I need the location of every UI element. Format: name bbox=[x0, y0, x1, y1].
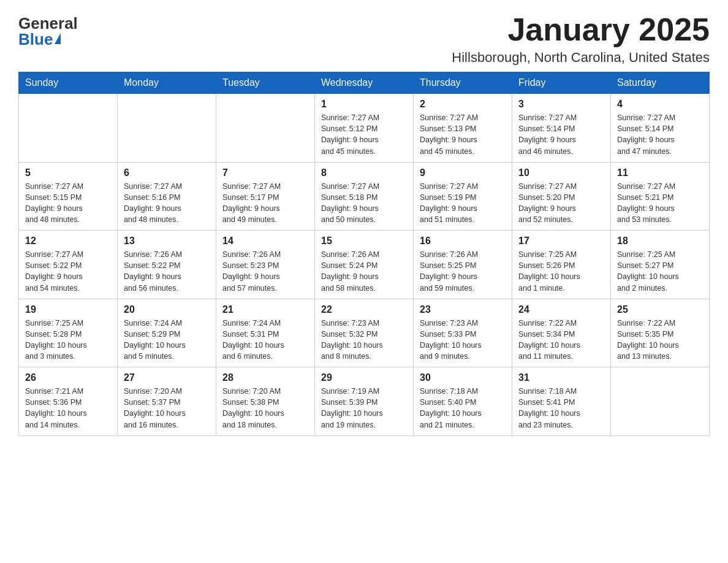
calendar-week-row: 5Sunrise: 7:27 AM Sunset: 5:15 PM Daylig… bbox=[19, 162, 710, 231]
day-info: Sunrise: 7:20 AM Sunset: 5:38 PM Dayligh… bbox=[222, 386, 308, 431]
calendar-cell: 27Sunrise: 7:20 AM Sunset: 5:37 PM Dayli… bbox=[118, 367, 216, 436]
calendar-cell: 21Sunrise: 7:24 AM Sunset: 5:31 PM Dayli… bbox=[216, 299, 315, 367]
logo-blue-text: Blue bbox=[18, 31, 61, 47]
calendar-cell: 25Sunrise: 7:22 AM Sunset: 5:35 PM Dayli… bbox=[611, 299, 710, 367]
day-info: Sunrise: 7:18 AM Sunset: 5:41 PM Dayligh… bbox=[518, 386, 604, 431]
day-info: Sunrise: 7:18 AM Sunset: 5:40 PM Dayligh… bbox=[420, 386, 506, 431]
day-number: 22 bbox=[321, 304, 407, 315]
day-number: 27 bbox=[124, 372, 210, 383]
day-number: 8 bbox=[321, 167, 407, 178]
day-number: 9 bbox=[420, 167, 506, 178]
title-area: January 2025 Hillsborough, North Carolin… bbox=[452, 12, 710, 66]
calendar-week-row: 26Sunrise: 7:21 AM Sunset: 5:36 PM Dayli… bbox=[19, 367, 710, 436]
day-info: Sunrise: 7:26 AM Sunset: 5:24 PM Dayligh… bbox=[321, 249, 407, 294]
calendar-cell: 11Sunrise: 7:27 AM Sunset: 5:21 PM Dayli… bbox=[611, 162, 710, 231]
calendar-cell: 9Sunrise: 7:27 AM Sunset: 5:19 PM Daylig… bbox=[414, 162, 512, 231]
calendar-cell: 24Sunrise: 7:22 AM Sunset: 5:34 PM Dayli… bbox=[512, 299, 611, 367]
day-number: 2 bbox=[420, 99, 506, 110]
calendar-cell: 13Sunrise: 7:26 AM Sunset: 5:22 PM Dayli… bbox=[118, 231, 216, 299]
location-title: Hillsborough, North Carolina, United Sta… bbox=[452, 50, 710, 66]
day-info: Sunrise: 7:27 AM Sunset: 5:22 PM Dayligh… bbox=[25, 249, 111, 294]
day-number: 16 bbox=[420, 236, 506, 247]
day-number: 20 bbox=[124, 304, 210, 315]
day-info: Sunrise: 7:27 AM Sunset: 5:13 PM Dayligh… bbox=[420, 112, 506, 157]
calendar-cell: 28Sunrise: 7:20 AM Sunset: 5:38 PM Dayli… bbox=[216, 367, 315, 436]
day-number: 25 bbox=[617, 304, 703, 315]
weekday-header-tuesday: Tuesday bbox=[216, 72, 315, 94]
calendar-cell: 17Sunrise: 7:25 AM Sunset: 5:26 PM Dayli… bbox=[512, 231, 611, 299]
calendar-cell: 1Sunrise: 7:27 AM Sunset: 5:12 PM Daylig… bbox=[315, 94, 414, 163]
day-info: Sunrise: 7:25 AM Sunset: 5:26 PM Dayligh… bbox=[518, 249, 604, 294]
weekday-header-wednesday: Wednesday bbox=[315, 72, 414, 94]
day-number: 29 bbox=[321, 372, 407, 383]
day-info: Sunrise: 7:21 AM Sunset: 5:36 PM Dayligh… bbox=[25, 386, 111, 431]
calendar-table: SundayMondayTuesdayWednesdayThursdayFrid… bbox=[18, 72, 710, 436]
logo-general-text: General bbox=[18, 15, 78, 31]
calendar-cell: 16Sunrise: 7:26 AM Sunset: 5:25 PM Dayli… bbox=[414, 231, 512, 299]
calendar-cell: 31Sunrise: 7:18 AM Sunset: 5:41 PM Dayli… bbox=[512, 367, 611, 436]
calendar-cell bbox=[611, 367, 710, 436]
day-info: Sunrise: 7:27 AM Sunset: 5:15 PM Dayligh… bbox=[25, 181, 111, 226]
day-number: 28 bbox=[222, 372, 308, 383]
day-number: 13 bbox=[124, 236, 210, 247]
day-number: 11 bbox=[617, 167, 703, 178]
day-info: Sunrise: 7:19 AM Sunset: 5:39 PM Dayligh… bbox=[321, 386, 407, 431]
calendar-cell: 18Sunrise: 7:25 AM Sunset: 5:27 PM Dayli… bbox=[611, 231, 710, 299]
calendar-cell: 5Sunrise: 7:27 AM Sunset: 5:15 PM Daylig… bbox=[19, 162, 118, 231]
calendar-cell bbox=[118, 94, 216, 163]
calendar-header: SundayMondayTuesdayWednesdayThursdayFrid… bbox=[19, 72, 710, 94]
header: General Blue January 2025 Hillsborough, … bbox=[18, 12, 710, 66]
day-info: Sunrise: 7:27 AM Sunset: 5:17 PM Dayligh… bbox=[222, 181, 308, 226]
day-number: 1 bbox=[321, 99, 407, 110]
calendar-cell: 29Sunrise: 7:19 AM Sunset: 5:39 PM Dayli… bbox=[315, 367, 414, 436]
day-info: Sunrise: 7:27 AM Sunset: 5:14 PM Dayligh… bbox=[617, 112, 703, 157]
day-info: Sunrise: 7:22 AM Sunset: 5:35 PM Dayligh… bbox=[617, 318, 703, 362]
day-number: 12 bbox=[25, 236, 111, 247]
calendar-cell: 19Sunrise: 7:25 AM Sunset: 5:28 PM Dayli… bbox=[19, 299, 118, 367]
day-number: 19 bbox=[25, 304, 111, 315]
calendar-week-row: 12Sunrise: 7:27 AM Sunset: 5:22 PM Dayli… bbox=[19, 231, 710, 299]
day-number: 15 bbox=[321, 236, 407, 247]
day-info: Sunrise: 7:23 AM Sunset: 5:33 PM Dayligh… bbox=[420, 318, 506, 362]
day-number: 26 bbox=[25, 372, 111, 383]
calendar-cell: 8Sunrise: 7:27 AM Sunset: 5:18 PM Daylig… bbox=[315, 162, 414, 231]
day-number: 4 bbox=[617, 99, 703, 110]
calendar-cell bbox=[216, 94, 315, 163]
calendar-cell: 10Sunrise: 7:27 AM Sunset: 5:20 PM Dayli… bbox=[512, 162, 611, 231]
calendar-cell: 3Sunrise: 7:27 AM Sunset: 5:14 PM Daylig… bbox=[512, 94, 611, 163]
day-number: 6 bbox=[124, 167, 210, 178]
calendar-cell: 12Sunrise: 7:27 AM Sunset: 5:22 PM Dayli… bbox=[19, 231, 118, 299]
calendar-cell: 4Sunrise: 7:27 AM Sunset: 5:14 PM Daylig… bbox=[611, 94, 710, 163]
weekday-header-monday: Monday bbox=[118, 72, 216, 94]
day-number: 3 bbox=[518, 99, 604, 110]
day-number: 30 bbox=[420, 372, 506, 383]
day-info: Sunrise: 7:23 AM Sunset: 5:32 PM Dayligh… bbox=[321, 318, 407, 362]
calendar-cell: 30Sunrise: 7:18 AM Sunset: 5:40 PM Dayli… bbox=[414, 367, 512, 436]
day-info: Sunrise: 7:26 AM Sunset: 5:22 PM Dayligh… bbox=[124, 249, 210, 294]
calendar-cell bbox=[19, 94, 118, 163]
day-info: Sunrise: 7:26 AM Sunset: 5:25 PM Dayligh… bbox=[420, 249, 506, 294]
day-info: Sunrise: 7:20 AM Sunset: 5:37 PM Dayligh… bbox=[124, 386, 210, 431]
day-info: Sunrise: 7:26 AM Sunset: 5:23 PM Dayligh… bbox=[222, 249, 308, 294]
logo: General Blue bbox=[18, 12, 78, 47]
calendar-body: 1Sunrise: 7:27 AM Sunset: 5:12 PM Daylig… bbox=[19, 94, 710, 436]
day-info: Sunrise: 7:25 AM Sunset: 5:27 PM Dayligh… bbox=[617, 249, 703, 294]
weekday-header-sunday: Sunday bbox=[19, 72, 118, 94]
calendar-cell: 26Sunrise: 7:21 AM Sunset: 5:36 PM Dayli… bbox=[19, 367, 118, 436]
day-number: 24 bbox=[518, 304, 604, 315]
calendar-cell: 20Sunrise: 7:24 AM Sunset: 5:29 PM Dayli… bbox=[118, 299, 216, 367]
day-info: Sunrise: 7:27 AM Sunset: 5:16 PM Dayligh… bbox=[124, 181, 210, 226]
day-info: Sunrise: 7:24 AM Sunset: 5:29 PM Dayligh… bbox=[124, 318, 210, 362]
day-info: Sunrise: 7:27 AM Sunset: 5:21 PM Dayligh… bbox=[617, 181, 703, 226]
weekday-header-saturday: Saturday bbox=[611, 72, 710, 94]
day-info: Sunrise: 7:27 AM Sunset: 5:18 PM Dayligh… bbox=[321, 181, 407, 226]
month-title: January 2025 bbox=[452, 12, 710, 47]
logo-triangle-icon bbox=[55, 33, 61, 44]
day-number: 5 bbox=[25, 167, 111, 178]
calendar-cell: 2Sunrise: 7:27 AM Sunset: 5:13 PM Daylig… bbox=[414, 94, 512, 163]
day-info: Sunrise: 7:24 AM Sunset: 5:31 PM Dayligh… bbox=[222, 318, 308, 362]
day-number: 21 bbox=[222, 304, 308, 315]
day-info: Sunrise: 7:27 AM Sunset: 5:12 PM Dayligh… bbox=[321, 112, 407, 157]
calendar-week-row: 1Sunrise: 7:27 AM Sunset: 5:12 PM Daylig… bbox=[19, 94, 710, 163]
day-number: 10 bbox=[518, 167, 604, 178]
